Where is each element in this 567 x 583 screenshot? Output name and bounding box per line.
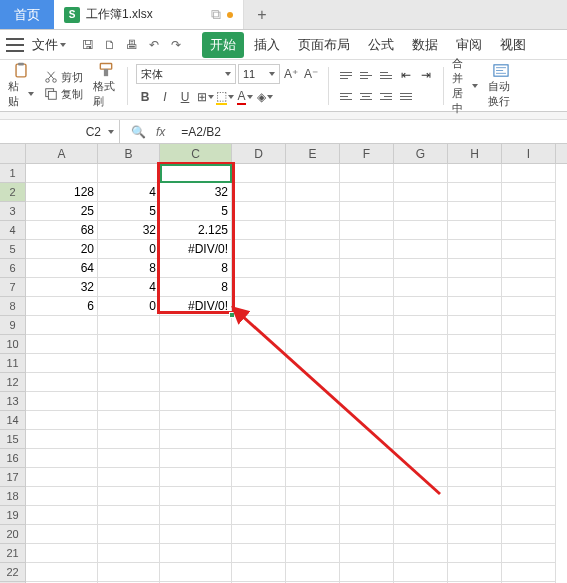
cell[interactable] <box>448 297 502 316</box>
cell[interactable] <box>394 164 448 183</box>
cell[interactable] <box>160 335 232 354</box>
cell[interactable] <box>448 392 502 411</box>
cell[interactable] <box>340 297 394 316</box>
cell[interactable] <box>286 335 340 354</box>
phonetic-guide-button[interactable]: ◈ <box>256 87 274 107</box>
cell[interactable] <box>502 430 556 449</box>
cell[interactable] <box>232 544 286 563</box>
name-box[interactable]: C2 <box>0 120 120 143</box>
cell[interactable] <box>340 316 394 335</box>
cell[interactable] <box>394 430 448 449</box>
row-header[interactable]: 2 <box>0 183 26 202</box>
cell[interactable] <box>394 259 448 278</box>
cell[interactable]: 8 <box>160 278 232 297</box>
cell[interactable] <box>232 411 286 430</box>
cell[interactable] <box>98 544 160 563</box>
cell[interactable] <box>340 221 394 240</box>
cell[interactable] <box>448 259 502 278</box>
cell[interactable] <box>286 430 340 449</box>
cell[interactable] <box>448 468 502 487</box>
save-icon[interactable]: 🖫 <box>80 37 96 53</box>
cell[interactable] <box>394 297 448 316</box>
cell[interactable] <box>98 392 160 411</box>
cell[interactable] <box>98 506 160 525</box>
underline-button[interactable]: U <box>176 87 194 107</box>
cell[interactable] <box>340 259 394 278</box>
cell[interactable] <box>98 430 160 449</box>
cell[interactable] <box>448 240 502 259</box>
cell[interactable]: 32 <box>26 278 98 297</box>
cell[interactable] <box>160 468 232 487</box>
cell[interactable] <box>502 468 556 487</box>
cell[interactable] <box>26 487 98 506</box>
cell[interactable] <box>286 202 340 221</box>
row-header[interactable]: 9 <box>0 316 26 335</box>
cell[interactable] <box>502 525 556 544</box>
cell[interactable] <box>502 335 556 354</box>
align-middle-button[interactable] <box>357 66 375 84</box>
cell[interactable] <box>26 316 98 335</box>
cell[interactable] <box>394 544 448 563</box>
cell[interactable]: 32 <box>98 221 160 240</box>
justify-button[interactable] <box>397 87 415 105</box>
cell[interactable] <box>340 183 394 202</box>
row-header[interactable]: 13 <box>0 392 26 411</box>
row-header[interactable]: 6 <box>0 259 26 278</box>
column-header[interactable]: F <box>340 144 394 163</box>
cell[interactable] <box>502 316 556 335</box>
cell[interactable] <box>448 278 502 297</box>
borders-button[interactable]: ⊞ <box>196 87 214 107</box>
cell[interactable] <box>448 183 502 202</box>
increase-font-button[interactable]: A⁺ <box>282 64 300 84</box>
cell[interactable] <box>232 430 286 449</box>
cell[interactable] <box>26 525 98 544</box>
cell[interactable] <box>394 202 448 221</box>
select-all-corner[interactable] <box>0 144 26 163</box>
cell[interactable] <box>340 430 394 449</box>
print-icon[interactable]: 🖶 <box>124 37 140 53</box>
row-header[interactable]: 7 <box>0 278 26 297</box>
cell[interactable]: 4 <box>98 183 160 202</box>
cell[interactable] <box>232 487 286 506</box>
duplicate-tab-icon[interactable]: ⧉ <box>211 6 221 23</box>
cell[interactable] <box>286 278 340 297</box>
redo-icon[interactable]: ↷ <box>168 37 184 53</box>
cell[interactable] <box>340 411 394 430</box>
cell[interactable]: 64 <box>26 259 98 278</box>
ribbon-tab-4[interactable]: 数据 <box>404 32 446 58</box>
cell[interactable] <box>286 544 340 563</box>
cell[interactable]: #DIV/0! <box>160 240 232 259</box>
cell[interactable] <box>502 544 556 563</box>
cell[interactable]: 2.125 <box>160 221 232 240</box>
cell[interactable] <box>160 392 232 411</box>
fx-icon[interactable]: fx <box>156 125 165 139</box>
cell[interactable] <box>232 563 286 582</box>
cell[interactable] <box>232 525 286 544</box>
cell[interactable] <box>26 354 98 373</box>
cell[interactable] <box>394 221 448 240</box>
cell[interactable] <box>502 392 556 411</box>
cell[interactable] <box>502 411 556 430</box>
row-header[interactable]: 19 <box>0 506 26 525</box>
cell[interactable] <box>98 316 160 335</box>
cell[interactable] <box>340 544 394 563</box>
bold-button[interactable]: B <box>136 87 154 107</box>
cell[interactable]: 5 <box>160 202 232 221</box>
cell[interactable] <box>394 392 448 411</box>
cell[interactable] <box>286 316 340 335</box>
cell[interactable] <box>26 544 98 563</box>
row-header[interactable]: 4 <box>0 221 26 240</box>
align-right-button[interactable] <box>377 87 395 105</box>
cell[interactable] <box>448 487 502 506</box>
cell[interactable] <box>232 240 286 259</box>
cell[interactable] <box>502 183 556 202</box>
cell[interactable] <box>502 259 556 278</box>
ribbon-tab-0[interactable]: 开始 <box>202 32 244 58</box>
cell[interactable] <box>98 487 160 506</box>
cell[interactable] <box>160 316 232 335</box>
cell[interactable]: 5 <box>98 202 160 221</box>
increase-indent-button[interactable]: ⇥ <box>417 66 435 84</box>
cell[interactable] <box>340 202 394 221</box>
cell[interactable] <box>448 202 502 221</box>
ribbon-tab-5[interactable]: 审阅 <box>448 32 490 58</box>
